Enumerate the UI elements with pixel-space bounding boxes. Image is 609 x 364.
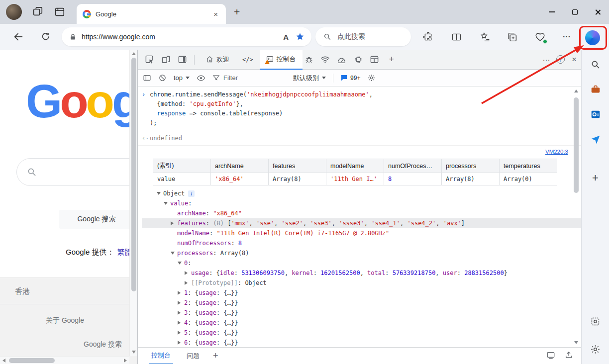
close-button[interactable] (586, 0, 609, 24)
footer-partial-link[interactable]: Google 搜索 (84, 340, 122, 348)
table-header-cell[interactable]: numOfProces… (384, 159, 442, 173)
table-header-cell[interactable]: archName (211, 159, 269, 173)
disclosure-triangle[interactable] (185, 278, 191, 288)
eye-icon[interactable] (197, 74, 205, 83)
tab-console[interactable]: 控制台 (260, 50, 303, 70)
browser-tab[interactable]: Google × (77, 4, 226, 24)
split-screen-icon[interactable] (449, 30, 463, 44)
table-header-cell[interactable]: temperatures (500, 159, 557, 173)
clear-console-icon[interactable] (158, 74, 167, 82)
back-button[interactable] (11, 30, 25, 44)
disclosure-triangle[interactable] (178, 258, 184, 268)
bottom-tab-console[interactable]: 控制台 (149, 348, 173, 364)
read-aloud-icon[interactable]: A (283, 33, 289, 41)
scroll-left-arrow[interactable] (2, 359, 5, 363)
favorite-star-icon[interactable] (296, 32, 304, 41)
disclosure-triangle[interactable] (164, 198, 170, 208)
extensions-icon[interactable] (421, 30, 435, 44)
browser-essentials-icon[interactable] (533, 30, 547, 44)
disclosure-triangle[interactable] (178, 328, 184, 338)
disclosure-triangle[interactable] (157, 188, 163, 198)
disclosure-triangle[interactable] (171, 248, 177, 258)
console-scrollbar[interactable] (573, 89, 580, 345)
page-vertical-scrollbar[interactable] (129, 50, 137, 356)
cast-icon[interactable] (546, 351, 555, 361)
refresh-button[interactable] (39, 30, 53, 44)
info-badge[interactable]: i (188, 190, 195, 197)
minimize-button[interactable] (540, 0, 563, 24)
scroll-thumb[interactable] (131, 58, 136, 291)
tree-line: 1: {usage: {…}} (142, 288, 581, 298)
briefcase-icon[interactable] (589, 83, 603, 96)
source-link[interactable]: VM220:3 (545, 149, 568, 155)
maximize-button[interactable] (563, 0, 586, 24)
scroll-down-arrow[interactable] (132, 351, 136, 354)
search-box[interactable]: 点此搜索 (315, 27, 411, 46)
workspaces-icon[interactable] (32, 6, 44, 18)
device-toolbar-icon[interactable] (159, 53, 172, 66)
devtools-help-icon[interactable]: ? (553, 53, 567, 67)
memory-icon[interactable] (352, 53, 365, 66)
disclosure-triangle[interactable] (178, 338, 184, 347)
table-header-cell[interactable]: features (269, 159, 326, 173)
bug-icon[interactable] (303, 53, 315, 66)
filter-input[interactable]: Filter (212, 74, 286, 82)
token-plain: } (504, 270, 508, 276)
scroll-right-arrow[interactable] (124, 359, 127, 363)
disclosure-triangle[interactable] (185, 268, 191, 278)
address-bar[interactable]: https://www.google.com A (62, 27, 311, 46)
disclosure-triangle[interactable] (178, 318, 184, 328)
google-search-button[interactable]: Google 搜索 (59, 210, 134, 229)
sidebar-plus-icon[interactable]: + (589, 171, 603, 185)
table-header-cell[interactable]: processors (442, 159, 500, 173)
table-header-cell[interactable]: modelName (326, 159, 384, 173)
console-settings-icon[interactable] (367, 74, 376, 82)
scroll-thumb[interactable] (574, 97, 579, 193)
footer-about-link[interactable]: 关于 Google (46, 316, 84, 324)
sidebar-settings-icon[interactable] (589, 342, 603, 356)
sidebar-search-icon[interactable] (589, 58, 603, 72)
drop-icon[interactable] (589, 132, 603, 146)
disclosure-triangle[interactable] (178, 308, 184, 318)
tab-sources[interactable]: </> (236, 50, 260, 70)
favorites-icon[interactable] (478, 30, 492, 44)
bottom-tab-issues[interactable]: 问题 (184, 348, 202, 364)
settings-more-icon[interactable]: ··· (560, 30, 574, 44)
new-tab-button[interactable]: + (234, 7, 240, 17)
screenshot-icon[interactable] (589, 314, 603, 328)
console-sidebar-icon[interactable] (143, 74, 151, 82)
disclosure-triangle[interactable] (178, 288, 184, 298)
disclosure-triangle[interactable] (178, 298, 184, 308)
outlook-icon[interactable] (589, 107, 603, 121)
url-text[interactable]: https://www.google.com (82, 33, 283, 41)
copilot-button[interactable] (581, 28, 604, 47)
bottom-add-tab-icon[interactable]: + (213, 351, 218, 361)
network-conditions-icon[interactable] (319, 53, 332, 66)
collections-icon[interactable] (505, 30, 519, 44)
dock-side-icon[interactable] (176, 53, 189, 66)
profile-avatar[interactable] (6, 4, 22, 20)
layout-icon[interactable] (368, 53, 381, 66)
devtools-more-icon[interactable]: ··· (539, 53, 553, 67)
scroll-up-arrow[interactable] (132, 52, 136, 55)
inspect-element-icon[interactable] (143, 53, 156, 66)
scroll-down-arrow[interactable] (574, 341, 578, 344)
tab-actions-icon[interactable] (54, 6, 66, 18)
disclosure-triangle[interactable] (171, 218, 177, 228)
table-header-cell[interactable]: (索引) (153, 159, 211, 173)
tab-close-icon[interactable]: × (211, 10, 220, 18)
performance-icon[interactable] (335, 53, 348, 66)
page-search-box[interactable] (16, 158, 137, 186)
issues-counter[interactable]: 99+ (340, 74, 360, 82)
add-devtools-tab-icon[interactable]: + (385, 53, 399, 67)
page-horizontal-scrollbar[interactable] (0, 356, 129, 364)
scroll-thumb[interactable] (9, 358, 55, 363)
token-plain: : (313, 270, 320, 276)
context-selector[interactable]: top (174, 74, 190, 82)
search-placeholder: 点此搜索 (337, 32, 365, 41)
tab-welcome[interactable]: 欢迎 (200, 50, 236, 70)
log-level-selector[interactable]: 默认级别 (293, 74, 326, 83)
export-icon[interactable] (564, 351, 573, 361)
scroll-up-arrow[interactable] (574, 90, 578, 92)
devtools-close-icon[interactable]: × (567, 53, 581, 67)
